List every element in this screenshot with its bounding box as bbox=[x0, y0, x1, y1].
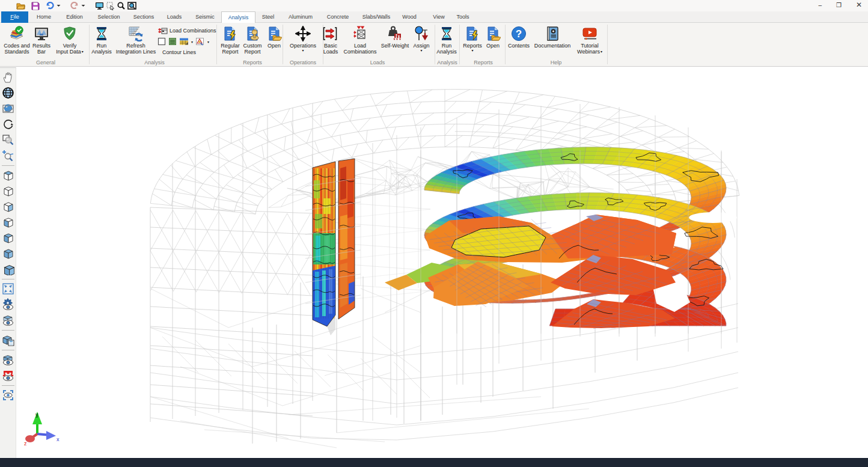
svg-text:y: y bbox=[35, 412, 38, 418]
svg-text:?: ? bbox=[516, 28, 522, 40]
svg-text:x: x bbox=[57, 436, 60, 442]
svg-text:z: z bbox=[24, 441, 27, 447]
